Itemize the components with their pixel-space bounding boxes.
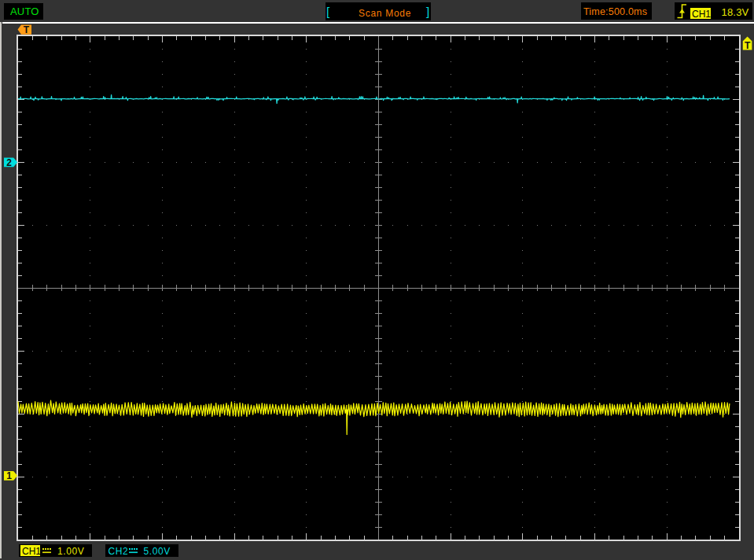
svg-text:T: T xyxy=(745,40,751,51)
svg-text:2: 2 xyxy=(6,157,12,168)
svg-text:1: 1 xyxy=(6,470,12,481)
svg-text:T: T xyxy=(24,24,30,35)
